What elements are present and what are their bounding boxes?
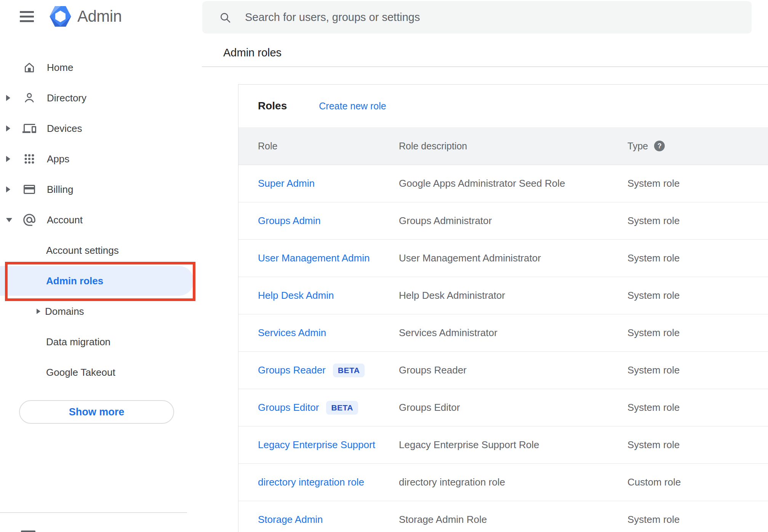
sidebar-item-directory[interactable]: Directory <box>0 83 202 113</box>
sidebar-item-google-takeout[interactable]: Google Takeout <box>0 357 202 388</box>
sidebar-item-admin-roles[interactable]: Admin roles <box>0 266 202 296</box>
home-icon <box>22 60 37 75</box>
role-type-cell: System role <box>627 402 768 413</box>
sidebar: Admin HomeDirectoryDevicesAppsBillingAcc… <box>0 0 202 532</box>
brand-row: Admin <box>0 0 202 37</box>
devices-icon <box>22 121 37 136</box>
sidebar-item-domains[interactable]: Domains <box>0 296 202 327</box>
role-type-cell: System role <box>627 290 768 301</box>
role-link[interactable]: Groups Editor <box>258 402 319 413</box>
role-cell: Groups ReaderBETA <box>258 364 399 377</box>
sidebar-item-devices[interactable]: Devices <box>0 113 202 144</box>
chevron-collapsed-icon[interactable] <box>6 186 11 192</box>
sidebar-item-apps[interactable]: Apps <box>0 144 202 174</box>
role-cell: Groups Admin <box>258 215 399 227</box>
chevron-collapsed-icon[interactable] <box>6 125 11 131</box>
role-cell: Services Admin <box>258 327 399 339</box>
role-type-cell: System role <box>627 178 768 189</box>
table-row: Groups EditorBETAGroups EditorSystem rol… <box>238 389 768 426</box>
chevron-collapsed-icon[interactable] <box>6 95 11 101</box>
roles-title: Roles <box>258 100 287 112</box>
sidebar-item-label: Admin roles <box>46 275 103 287</box>
sidebar-item-label: Home <box>47 62 73 74</box>
role-link[interactable]: Services Admin <box>258 327 326 339</box>
apps-grid-icon <box>22 152 37 166</box>
role-cell: Help Desk Admin <box>258 290 399 301</box>
chevron-expanded-icon[interactable] <box>6 218 11 222</box>
role-type-cell: System role <box>627 215 768 227</box>
role-description-cell: Groups Administrator <box>399 215 627 227</box>
role-cell: Legacy Enterprise Support <box>258 439 399 451</box>
table-row: Groups AdminGroups AdministratorSystem r… <box>238 202 768 240</box>
column-header-role: Role <box>258 141 399 152</box>
role-description-cell: Storage Admin Role <box>399 514 627 526</box>
role-description-cell: Services Administrator <box>399 327 627 339</box>
role-description-cell: Help Desk Administrator <box>399 290 627 301</box>
breadcrumb: Admin roles <box>223 46 282 59</box>
role-description-cell: Groups Reader <box>399 364 627 376</box>
credit-card-icon <box>22 182 37 197</box>
role-type-cell: System role <box>627 252 768 264</box>
sidebar-nav: HomeDirectoryDevicesAppsBillingAccountAc… <box>0 52 202 388</box>
table-row: directory integration roledirectory inte… <box>238 464 768 501</box>
role-link[interactable]: Help Desk Admin <box>258 290 334 301</box>
column-header-type: Type ? <box>627 141 768 152</box>
help-icon[interactable]: ? <box>654 141 665 151</box>
role-link[interactable]: Legacy Enterprise Support <box>258 439 375 451</box>
search-bar[interactable] <box>202 1 752 34</box>
role-description-cell: User Management Administrator <box>399 252 627 264</box>
role-cell: User Management Admin <box>258 252 399 264</box>
table-row: Help Desk AdminHelp Desk AdministratorSy… <box>238 277 768 314</box>
role-type-cell: System role <box>627 327 768 339</box>
chevron-collapsed-icon[interactable] <box>37 309 40 314</box>
header-divider <box>202 66 768 67</box>
table-row: User Management AdminUser Management Adm… <box>238 240 768 277</box>
sidebar-item-label: Domains <box>45 306 84 317</box>
role-link[interactable]: Groups Reader <box>258 364 326 376</box>
hamburger-menu-icon[interactable] <box>20 10 34 22</box>
create-new-role-link[interactable]: Create new role <box>319 101 386 112</box>
table-row: Super AdminGoogle Apps Administrator See… <box>238 165 768 202</box>
beta-badge: BETA <box>333 364 365 377</box>
sidebar-item-label: Billing <box>47 184 73 195</box>
sidebar-item-account-settings[interactable]: Account settings <box>0 235 202 266</box>
role-cell: Super Admin <box>258 178 399 189</box>
search-input[interactable] <box>245 11 702 24</box>
role-type-cell: System role <box>627 514 768 526</box>
role-cell: directory integration role <box>258 476 399 488</box>
sidebar-item-label: Account settings <box>46 245 119 256</box>
sidebar-divider <box>0 512 187 513</box>
sidebar-item-label: Google Takeout <box>46 367 115 378</box>
role-link[interactable]: User Management Admin <box>258 252 370 264</box>
role-description-cell: directory integration role <box>399 476 627 488</box>
role-type-cell: System role <box>627 364 768 376</box>
table-header-row: Role Role description Type ? <box>238 127 768 165</box>
sidebar-item-home[interactable]: Home <box>0 52 202 83</box>
roles-card: Roles Create new role Role Role descript… <box>238 84 768 532</box>
role-description-cell: Legacy Enterprise Support Role <box>399 439 627 451</box>
role-link[interactable]: directory integration role <box>258 476 364 488</box>
admin-hexagon-logo-icon <box>50 6 71 27</box>
sidebar-item-data-migration[interactable]: Data migration <box>0 327 202 357</box>
sidebar-item-account[interactable]: Account <box>0 205 202 235</box>
role-type-cell: Custom role <box>627 476 768 488</box>
table-row: Storage AdminStorage Admin RoleSystem ro… <box>238 501 768 532</box>
logo-text: Admin <box>77 7 122 26</box>
role-link[interactable]: Storage Admin <box>258 514 323 526</box>
role-link[interactable]: Groups Admin <box>258 215 321 227</box>
sidebar-item-billing[interactable]: Billing <box>0 174 202 205</box>
person-icon <box>22 91 37 105</box>
sidebar-item-label: Data migration <box>46 336 110 348</box>
column-header-description: Role description <box>399 141 627 152</box>
role-description-cell: Groups Editor <box>399 402 627 413</box>
chevron-collapsed-icon[interactable] <box>6 156 11 162</box>
show-more-button[interactable]: Show more <box>19 400 174 424</box>
role-cell: Storage Admin <box>258 514 399 526</box>
beta-badge: BETA <box>326 401 358 415</box>
table-body: Super AdminGoogle Apps Administrator See… <box>238 165 768 532</box>
role-link[interactable]: Super Admin <box>258 178 315 189</box>
sidebar-item-label: Devices <box>47 123 82 135</box>
admin-console-page: Admin HomeDirectoryDevicesAppsBillingAcc… <box>0 0 768 532</box>
sidebar-item-label: Apps <box>47 153 69 165</box>
table-row: Legacy Enterprise SupportLegacy Enterpri… <box>238 426 768 464</box>
